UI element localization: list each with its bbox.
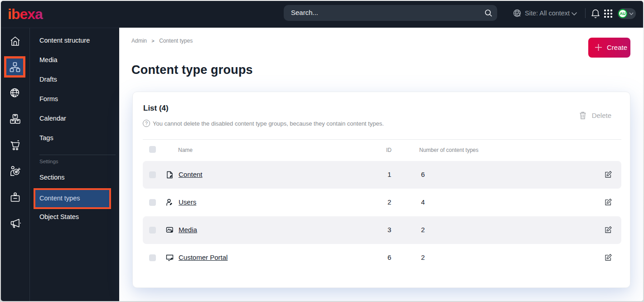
svg-text:ibexa: ibexa xyxy=(8,6,43,22)
